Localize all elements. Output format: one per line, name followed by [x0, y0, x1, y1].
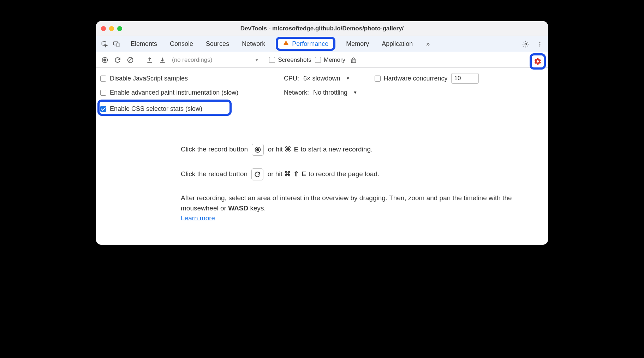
checkbox-icon — [375, 76, 381, 82]
tabs: Elements Console Sources Network Perform… — [129, 36, 430, 52]
network-value: No throttling — [313, 89, 347, 96]
tab-sources[interactable]: Sources — [204, 36, 231, 52]
reload-button-demo — [251, 168, 263, 180]
enable-paint-label: Enable advanced paint instrumentation (s… — [110, 89, 238, 96]
more-tabs-icon[interactable]: » — [426, 40, 430, 48]
chevron-down-icon: ▼ — [346, 76, 350, 81]
tab-elements[interactable]: Elements — [129, 36, 159, 52]
record-button[interactable] — [100, 55, 109, 65]
divider — [140, 56, 140, 64]
screenshots-toggle[interactable]: Screenshots — [269, 56, 311, 64]
disable-js-label: Disable JavaScript samples — [110, 75, 188, 82]
empty-state: Click the record button or hit ⌘ E to st… — [96, 121, 548, 245]
cpu-label: CPU: — [284, 75, 299, 82]
checkbox-icon — [100, 90, 106, 96]
performance-toolbar: (no recordings) ▼ Screenshots Memory — [96, 52, 548, 68]
svg-point-6 — [539, 45, 541, 46]
help-line-2: Click the reload button or hit ⌘ ⇧ E to … — [181, 168, 534, 180]
upload-button[interactable] — [145, 55, 154, 65]
tab-application[interactable]: Application — [380, 36, 415, 52]
checkbox-checked-icon — [100, 106, 106, 112]
device-icon[interactable] — [112, 39, 121, 49]
help-line-1: Click the record button or hit ⌘ E to st… — [181, 144, 534, 156]
tab-console[interactable]: Console — [168, 36, 195, 52]
checkbox-icon — [100, 76, 106, 82]
window-title: DevTools - microsoftedge.github.io/Demos… — [96, 25, 548, 32]
cpu-value: 6× slowdown — [303, 75, 340, 82]
memory-toggle[interactable]: Memory — [315, 56, 345, 64]
help-line-3: After recording, select an area of inter… — [181, 193, 534, 213]
collect-garbage-button[interactable] — [349, 55, 358, 65]
svg-rect-2 — [117, 43, 119, 47]
svg-point-5 — [539, 43, 541, 44]
chevron-down-icon: ▼ — [255, 58, 259, 62]
checkbox-icon — [269, 57, 275, 63]
svg-point-4 — [539, 42, 541, 43]
disable-js-toggle[interactable]: Disable JavaScript samples — [100, 75, 270, 82]
recordings-dropdown[interactable]: (no recordings) ▼ — [172, 56, 259, 64]
hardware-concurrency-input[interactable]: 10 — [451, 73, 479, 84]
tab-performance[interactable]: Performance — [276, 37, 335, 51]
divider — [264, 56, 264, 64]
close-icon[interactable] — [101, 26, 106, 31]
devtools-window: DevTools - microsoftedge.github.io/Demos… — [96, 21, 548, 245]
memory-label: Memory — [324, 56, 345, 64]
svg-point-3 — [525, 43, 527, 45]
chevron-down-icon: ▼ — [353, 90, 357, 95]
network-label: Network: — [284, 89, 309, 96]
capture-settings-panel: Disable JavaScript samples CPU: 6× slowd… — [96, 68, 548, 121]
svg-point-8 — [104, 59, 106, 61]
shortcut-record: ⌘ E — [285, 145, 299, 153]
kebab-icon[interactable] — [535, 40, 544, 49]
recordings-placeholder: (no recordings) — [172, 56, 212, 64]
traffic-lights — [101, 26, 122, 31]
enable-css-label: Enable CSS selector stats (slow) — [110, 105, 202, 113]
shortcut-reload: ⌘ ⇧ E — [284, 170, 306, 178]
learn-more-link[interactable]: Learn more — [181, 214, 215, 222]
zoom-icon[interactable] — [117, 26, 122, 31]
record-button-demo — [252, 144, 264, 156]
enable-paint-toggle[interactable]: Enable advanced paint instrumentation (s… — [100, 89, 270, 96]
reload-button[interactable] — [113, 55, 122, 65]
titlebar: DevTools - microsoftedge.github.io/Demos… — [96, 21, 548, 36]
cpu-throttle-select[interactable]: 6× slowdown ▼ — [303, 75, 350, 82]
tab-memory[interactable]: Memory — [344, 36, 371, 52]
enable-css-stats-toggle[interactable]: Enable CSS selector stats (slow) — [100, 105, 270, 113]
gear-icon[interactable] — [521, 40, 530, 49]
tab-performance-label: Performance — [292, 40, 328, 48]
screenshots-label: Screenshots — [278, 56, 311, 64]
download-button[interactable] — [158, 55, 167, 65]
svg-point-12 — [257, 149, 259, 151]
tabbar: Elements Console Sources Network Perform… — [96, 36, 548, 52]
tab-network[interactable]: Network — [240, 36, 267, 52]
checkbox-icon — [315, 57, 321, 63]
network-throttle-select[interactable]: No throttling ▼ — [313, 89, 357, 96]
capture-settings-button[interactable] — [530, 53, 546, 70]
hardware-concurrency-toggle[interactable]: Hardware concurrency — [375, 75, 447, 82]
minimize-icon[interactable] — [109, 26, 114, 31]
hw-label: Hardware concurrency — [383, 75, 447, 82]
tabbar-right — [521, 40, 544, 49]
svg-line-10 — [128, 58, 132, 62]
clear-button[interactable] — [126, 55, 135, 65]
warning-icon — [283, 40, 289, 48]
inspect-icon[interactable] — [100, 39, 109, 49]
